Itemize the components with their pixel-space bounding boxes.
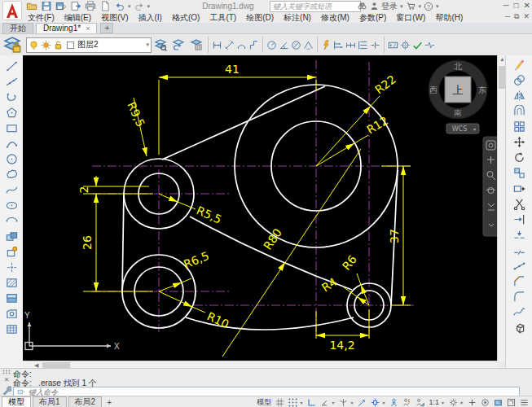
navigation-bar[interactable]	[483, 137, 497, 236]
line-tool-icon[interactable]	[3, 59, 20, 72]
quick-dimension-button[interactable]	[320, 37, 332, 53]
command-close-icon[interactable]: ✕	[4, 376, 10, 383]
ellipse-tool-icon[interactable]	[3, 199, 20, 212]
menu-item-modify[interactable]: 修改(M)	[316, 12, 354, 24]
object-snap-icon[interactable]	[369, 397, 381, 407]
rectangle-tool-icon[interactable]	[3, 121, 20, 134]
tab-drawing1[interactable]: Drawing1*×	[36, 23, 97, 33]
save-as-icon[interactable]	[55, 1, 68, 11]
menu-item-parametric[interactable]: 参数(P)	[354, 12, 391, 24]
offset-tool-icon[interactable]	[511, 104, 527, 117]
blend-curves-tool-icon[interactable]	[511, 305, 527, 318]
redo-icon[interactable]	[133, 1, 146, 11]
osnap-caret-icon[interactable]: ▾	[382, 400, 387, 405]
ortho-mode-icon[interactable]	[306, 397, 318, 407]
command-recent-icon[interactable]	[15, 388, 27, 396]
undo-caret-icon[interactable]: ▾	[128, 3, 131, 10]
menu-item-dimension[interactable]: 标注(N)	[279, 12, 316, 24]
viewcube[interactable]: 上 北 南 西 东 WCS ▾	[429, 60, 487, 133]
open-icon[interactable]	[25, 1, 38, 11]
mdi-minimize-button[interactable]: ─	[505, 12, 510, 21]
annotation-scale-value[interactable]: 1:1	[427, 398, 441, 406]
command-input[interactable]	[29, 388, 519, 396]
polar-caret-icon[interactable]: ▾	[332, 400, 336, 405]
menu-item-format[interactable]: 格式(O)	[167, 12, 204, 24]
annotation-scale-icon[interactable]	[414, 397, 426, 407]
dim-baseline-button[interactable]	[332, 37, 345, 53]
snap-mode-icon[interactable]	[287, 397, 299, 407]
viewcube-east[interactable]: 东	[478, 85, 486, 94]
stretch-tool-icon[interactable]	[511, 182, 527, 195]
dim-angle-button[interactable]	[302, 37, 314, 53]
menu-item-insert[interactable]: 插入(I)	[133, 12, 166, 24]
tab-model[interactable]: 模型	[2, 396, 31, 407]
menu-item-view[interactable]: 视图(V)	[96, 12, 133, 24]
workspace-caret-icon[interactable]: ▾	[460, 400, 465, 405]
close-button[interactable]: ✕	[524, 1, 530, 10]
trim-tool-icon[interactable]	[511, 197, 527, 210]
dim-break-button[interactable]	[369, 37, 381, 53]
mirror-tool-icon[interactable]	[511, 89, 527, 102]
break-tool-icon[interactable]	[511, 243, 527, 256]
polygon-tool-icon[interactable]	[3, 106, 20, 119]
help-caret-icon[interactable]: ▾	[436, 3, 439, 10]
circle-tool-icon[interactable]	[3, 152, 20, 165]
print-icon[interactable]	[84, 1, 97, 11]
extend-tool-icon[interactable]	[511, 212, 527, 225]
tab-close-icon[interactable]: ×	[86, 24, 90, 33]
revision-cloud-tool-icon[interactable]	[3, 168, 20, 181]
chamfer-tool-icon[interactable]	[511, 274, 527, 287]
layer-color-swatch[interactable]	[65, 40, 76, 50]
ellipse-arc-tool-icon[interactable]	[3, 214, 20, 227]
isodraft-caret-icon[interactable]: ▾	[350, 400, 355, 405]
spline-tool-icon[interactable]	[3, 183, 20, 196]
fillet-tool-icon[interactable]	[511, 290, 527, 303]
dim-space-button[interactable]	[357, 37, 369, 53]
help-icon[interactable]: ?	[424, 2, 433, 11]
hardware-acceleration-icon[interactable]	[492, 397, 504, 407]
layer-dropdown[interactable]: 图层2 ▾	[26, 37, 152, 53]
isodraft-icon[interactable]	[337, 397, 350, 407]
viewcube-west[interactable]: 西	[429, 85, 437, 94]
horizontal-scroll-thumb[interactable]	[42, 362, 70, 368]
new-drawing-tab-button[interactable]: +	[100, 23, 113, 33]
dim-aligned-button[interactable]	[223, 37, 235, 53]
dim-jog-line-button[interactable]	[424, 37, 436, 53]
isolate-objects-icon[interactable]	[479, 397, 491, 407]
status-model-label[interactable]: 模型	[255, 397, 273, 407]
store-cart-icon[interactable]	[406, 2, 416, 11]
customization-icon[interactable]	[518, 397, 530, 407]
new-sheet-icon[interactable]	[99, 1, 112, 11]
scale-tool-icon[interactable]	[511, 166, 527, 179]
join-tool-icon[interactable]	[511, 259, 527, 272]
qat-more-icon[interactable]: ▾	[147, 3, 151, 10]
save-icon[interactable]	[40, 1, 53, 11]
insert-block-tool-icon[interactable]	[3, 230, 20, 243]
menu-item-window[interactable]: 窗口(W)	[391, 12, 430, 24]
drawing-canvas[interactable]: 41 2 26 37 14,2 R9,5 R5,5 R6,5 R10 R80 R…	[23, 55, 497, 361]
dim-radius-button[interactable]	[266, 37, 278, 53]
command-customize-icon[interactable]	[2, 386, 11, 396]
grid-display-icon[interactable]	[274, 397, 286, 407]
make-block-tool-icon[interactable]	[3, 245, 20, 258]
layer-lock-icon[interactable]	[53, 40, 64, 50]
layer-thaw-icon[interactable]	[41, 40, 51, 50]
point-tool-icon[interactable]	[3, 260, 20, 274]
gradient-tool-icon[interactable]	[3, 291, 20, 304]
layer-previous-button[interactable]	[169, 36, 187, 54]
arc-tool-icon[interactable]	[3, 137, 20, 150]
polyline-tool-icon[interactable]	[3, 90, 20, 103]
export-icon[interactable]	[69, 1, 82, 11]
layer-dropdown-caret-icon[interactable]: ▾	[146, 42, 149, 48]
layer-properties-button[interactable]	[187, 36, 205, 54]
workspace-gear-icon[interactable]	[447, 397, 459, 407]
tab-layout2[interactable]: 布局2	[68, 396, 103, 407]
move-tool-icon[interactable]	[511, 135, 527, 148]
tab-layout1[interactable]: 布局1	[33, 396, 67, 407]
scale-caret-icon[interactable]: ▾	[442, 400, 446, 405]
menu-item-tools[interactable]: 工具(T)	[204, 12, 241, 24]
dim-arc-length-button[interactable]	[235, 37, 248, 53]
break-at-point-tool-icon[interactable]	[511, 228, 527, 241]
dim-linear-button[interactable]	[211, 37, 223, 53]
array-tool-icon[interactable]	[511, 120, 527, 133]
